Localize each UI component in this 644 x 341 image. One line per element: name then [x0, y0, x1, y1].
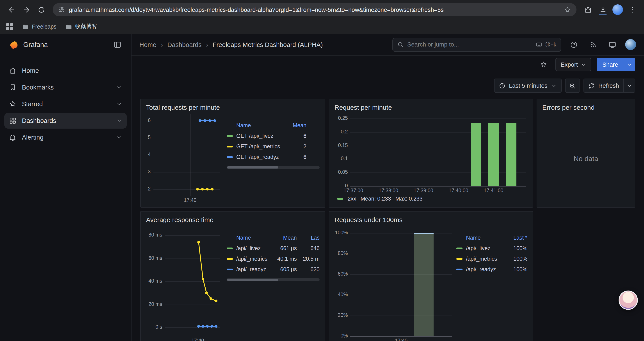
folder-icon — [22, 23, 29, 30]
legend-scrollbar[interactable] — [227, 278, 320, 281]
zoom-out-button[interactable] — [565, 79, 580, 93]
panel-title[interactable]: Average response time — [146, 214, 320, 226]
chevron-down-icon[interactable] — [116, 101, 122, 107]
refresh-interval-button[interactable] — [624, 79, 635, 93]
scrollbar-thumb[interactable] — [227, 279, 278, 281]
back-button[interactable] — [4, 3, 18, 17]
ytick: 0.25 — [334, 115, 348, 121]
panel-legend: Name Last * /api/_livez 100% — [454, 233, 528, 341]
legend-col-name[interactable]: Name — [236, 122, 282, 129]
breadcrumb: Home › Dashboards › Freeleaps Metrics Da… — [140, 41, 323, 48]
address-bar[interactable] — [52, 3, 576, 16]
ytick: 0.15 — [334, 142, 348, 148]
sidebar-item-alerting[interactable]: Alerting — [4, 129, 127, 145]
bar — [471, 123, 481, 186]
legend-row[interactable]: /api/_metrics 40.1 ms 20.5 m — [227, 254, 320, 264]
gline — [350, 254, 452, 254]
refresh-icon — [588, 82, 595, 89]
share-menu-button[interactable] — [624, 58, 635, 71]
legend-row[interactable]: /api/_livez 661 µs 646 — [227, 243, 320, 254]
legend-row[interactable]: GET /api/_livez 6 — [227, 131, 320, 141]
news-button[interactable] — [586, 38, 600, 51]
apps-grid-icon[interactable] — [6, 23, 13, 30]
time-series-plot[interactable]: 80 ms60 ms40 ms20 ms0 s17:40 — [146, 226, 222, 341]
legend-scrollbar[interactable] — [227, 166, 320, 169]
breadcrumb-dashboards[interactable]: Dashboards — [167, 41, 202, 48]
sidebar-item-dashboards[interactable]: Dashboards — [4, 113, 127, 129]
chevron-down-icon — [626, 83, 632, 88]
scrollbar-thumb[interactable] — [227, 166, 278, 169]
legend-row[interactable]: GET /api/_metrics 2 — [227, 141, 320, 152]
brand-name[interactable]: Grafana — [23, 41, 106, 49]
chevron-down-icon[interactable] — [116, 84, 122, 90]
series-swatch — [456, 258, 462, 260]
panel-title[interactable]: Requests under 100ms — [334, 214, 528, 226]
dashboard-toolbar: Export Share — [132, 56, 644, 73]
xtick: 17:37:00 — [344, 188, 363, 193]
forward-button[interactable] — [19, 3, 33, 17]
help-icon — [570, 41, 578, 49]
extensions-button[interactable] — [581, 3, 595, 17]
share-button[interactable]: Share — [597, 58, 624, 71]
chat-widget-avatar[interactable] — [618, 290, 638, 310]
chevron-down-icon[interactable] — [116, 118, 122, 124]
time-series-plot[interactable]: 6543217:40 — [146, 114, 222, 204]
legend-row[interactable]: /api/_metrics 100% — [456, 254, 528, 264]
profile-button[interactable] — [611, 3, 625, 17]
screen: ⋮ Freeleaps 收藏博客 Grafana — [0, 0, 644, 341]
legend-row[interactable]: /api/_livez 100% — [456, 243, 528, 254]
legend-col-name[interactable]: Name — [466, 235, 503, 241]
legend-row[interactable]: /api/_readyz 100% — [456, 264, 528, 275]
favorite-dashboard-button[interactable] — [537, 58, 550, 71]
series-lines — [146, 114, 222, 196]
search-bar[interactable]: ⌘+k — [392, 38, 561, 52]
bar — [414, 233, 434, 336]
panel-title[interactable]: Total requests per minute — [146, 102, 320, 113]
legend-row[interactable]: GET /api/_readyz 6 — [227, 152, 320, 162]
export-button[interactable]: Export — [556, 58, 592, 71]
bookmark-folder-freeleaps[interactable]: Freeleaps — [22, 23, 56, 30]
ytick: 0.2 — [334, 129, 348, 134]
xtick: 17:38:00 — [378, 188, 398, 193]
legend-col-mean[interactable]: Mean — [286, 122, 306, 129]
bookmark-star-icon[interactable] — [564, 6, 571, 14]
site-info-icon[interactable] — [58, 6, 65, 13]
panel-title[interactable]: Errors per second — [542, 102, 630, 113]
legend-col-mean[interactable]: Mean — [272, 235, 297, 241]
bookmark-folder-blogs[interactable]: 收藏博客 — [65, 23, 97, 30]
folder-icon — [65, 23, 72, 30]
breadcrumb-home[interactable]: Home — [140, 41, 156, 48]
dock-sidebar-icon — [114, 41, 122, 49]
legend-row[interactable]: /api/_readyz 605 µs 620 — [227, 264, 320, 275]
chevron-down-icon[interactable] — [116, 134, 122, 140]
gline — [350, 119, 526, 119]
legend-col-last[interactable]: Last * — [506, 235, 528, 241]
grafana-logo[interactable] — [8, 39, 19, 50]
sidebar-item-label: Bookmarks — [22, 84, 54, 91]
display-button[interactable] — [606, 38, 619, 51]
sidebar-header: Grafana — [0, 34, 131, 56]
refresh-button[interactable]: Refresh — [583, 79, 624, 93]
time-range-picker[interactable]: Last 5 minutes — [494, 79, 562, 93]
panel-title[interactable]: Request per minute — [334, 102, 528, 113]
search-input[interactable] — [407, 41, 532, 48]
sidebar-item-starred[interactable]: Starred — [4, 96, 127, 112]
downloads-button[interactable] — [596, 3, 610, 17]
reload-button[interactable] — [34, 3, 48, 17]
sidebar-item-bookmarks[interactable]: Bookmarks — [4, 80, 127, 95]
sidebar-item-home[interactable]: Home — [4, 63, 127, 79]
browser-menu-button[interactable]: ⋮ — [626, 3, 640, 17]
rss-icon — [590, 41, 597, 48]
legend-col-last[interactable]: Las — [300, 235, 320, 241]
panel-legend[interactable]: 2xx Mean: 0.233 Max: 0.233 — [334, 194, 528, 204]
sidebar-nav: Home Bookmarks Starred Dashboards — [0, 56, 131, 152]
dashboards-grid-icon — [9, 117, 17, 125]
bar-chart-plot[interactable]: 100%80%60%40%20%0%17:40 — [334, 226, 454, 341]
user-avatar[interactable] — [625, 39, 636, 50]
help-button[interactable] — [567, 38, 580, 51]
dock-menu-button[interactable] — [111, 38, 124, 51]
url-input[interactable] — [69, 6, 560, 13]
bar-chart-plot[interactable]: 0.250.20.150.10.05017:37:0017:38:0017:39… — [334, 114, 528, 194]
legend-col-name[interactable]: Name — [236, 235, 269, 241]
grafana-header: Home › Dashboards › Freeleaps Metrics Da… — [132, 34, 644, 56]
